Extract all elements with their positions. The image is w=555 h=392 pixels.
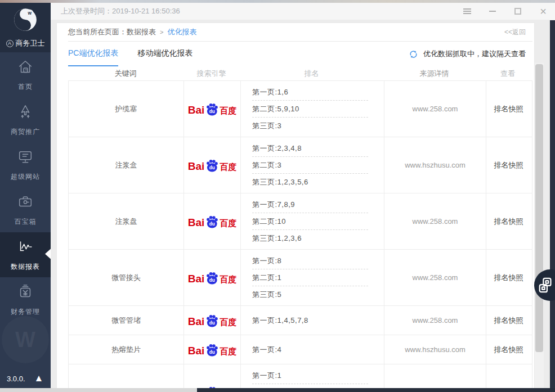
sidebar-item-promotion[interactable]: 商贸推广 xyxy=(0,97,51,142)
view-cell: 排名快照 xyxy=(486,137,531,193)
view-cell: 排名快照 xyxy=(486,364,531,388)
brand-badge-icon: A xyxy=(6,40,14,47)
active-item-marker xyxy=(45,249,51,259)
rank-line: 第二页:3,6 xyxy=(252,384,368,388)
fetch-status-text: 优化数据抓取中，建议隔天查看 xyxy=(423,49,526,59)
brand-name: A 商务卫士 xyxy=(6,38,45,48)
engine-cell: Bai du 百度 xyxy=(183,193,240,249)
snapshot-link[interactable]: 排名快照 xyxy=(494,345,523,355)
keyword-cell: 微管管堵 xyxy=(69,306,183,335)
source-cell: 谷瀑环保 xyxy=(384,364,486,388)
svg-text:du: du xyxy=(209,278,215,283)
breadcrumb-row: 您当前所在页面： 数据报表 > 优化报表 <<返回 xyxy=(68,23,532,42)
minimize-icon[interactable] xyxy=(487,6,498,16)
scrollbar-track[interactable] xyxy=(535,63,544,388)
snapshot-link[interactable]: 排名快照 xyxy=(494,160,523,170)
close-icon[interactable]: × xyxy=(538,6,548,16)
baidu-logo-icon: Bai du 百度 xyxy=(188,271,237,284)
keyword-cell: 硅管接头 xyxy=(69,364,183,388)
column-header: 搜索引擎 xyxy=(183,69,240,79)
rank-line: 第一页:4 xyxy=(252,341,368,358)
table-row: 硅管接头 Bai du 百度 第一页:1第二页:3,6第三页:8,10 xyxy=(69,364,532,388)
back-link[interactable]: <<返回 xyxy=(504,28,526,37)
breadcrumb-parent[interactable]: 数据报表 xyxy=(127,27,156,37)
version-label: 3.0.0. xyxy=(7,375,25,383)
sidebar-item-report[interactable]: 数据报表 xyxy=(0,232,51,277)
table-row: 热熔垫片 Bai du 百度 第一页:4 www.hszhusu.co xyxy=(69,335,532,364)
keyword-cell: 注浆盒 xyxy=(69,137,183,193)
report-icon xyxy=(17,238,34,258)
tab-mobile[interactable]: 移动端优化报表 xyxy=(137,42,193,66)
rank-cell: 第一页:1,4,5,7,8 xyxy=(240,306,384,335)
sidebar-item-finance[interactable]: 财务管理 xyxy=(0,277,51,322)
tabs-row: PC端优化报表移动端优化报表 优化数据抓取中，建议隔天查看 xyxy=(68,42,532,66)
rank-line: 第一页:7,8,9 xyxy=(252,196,368,213)
rank-line: 第二页:10 xyxy=(252,213,368,230)
titlebar: 上次登录时间：2019-10-21 16:50:36 × xyxy=(51,3,555,20)
sidebar-item-toolbox[interactable]: 百宝箱 xyxy=(0,187,51,232)
breadcrumb-current[interactable]: 优化报表 xyxy=(167,27,196,37)
version-row: 3.0.0. ▲ xyxy=(7,373,43,383)
keyword-cell: 热熔垫片 xyxy=(69,335,183,364)
website-icon xyxy=(17,148,34,168)
snapshot-link[interactable]: 排名快照 xyxy=(494,104,523,114)
baidu-cn: 百度 xyxy=(220,274,236,284)
baidu-logo-icon: Bai du 百度 xyxy=(188,386,237,388)
snapshot-link[interactable]: 排名快照 xyxy=(494,388,523,389)
baidu-latin: Bai xyxy=(188,345,205,356)
snapshot-link[interactable]: 排名快照 xyxy=(494,273,523,283)
baidu-paw-icon: du xyxy=(205,386,219,388)
snapshot-link[interactable]: 排名快照 xyxy=(494,316,523,326)
view-cell: 排名快照 xyxy=(486,81,531,137)
view-cell: 排名快照 xyxy=(486,306,531,335)
baidu-cn: 百度 xyxy=(220,218,236,228)
rank-line: 第一页:1,6 xyxy=(252,84,368,101)
sidebar-nav: 首页 商贸推广 超级网站 百宝箱 数据报表 财务管理 xyxy=(0,52,51,322)
snapshot-link[interactable]: 排名快照 xyxy=(494,217,523,227)
table-row: 注浆盘 Bai du 百度 第一页:7,8,9第二页:10第三页:1,2,3, xyxy=(69,193,532,250)
column-header: 关键词 xyxy=(68,69,183,79)
last-login-label: 上次登录时间：2019-10-21 16:50:36 xyxy=(61,6,180,16)
brand-block: w A 商务卫士 xyxy=(0,3,51,52)
baidu-paw-icon: du xyxy=(205,271,219,285)
breadcrumb-prefix: 您当前所在页面： xyxy=(68,27,127,37)
svg-text:du: du xyxy=(209,109,215,114)
rank-line: 第三页:3 xyxy=(252,118,368,134)
column-header: 来源详情 xyxy=(383,69,485,79)
rank-line: 第三页:1,2,3,6 xyxy=(252,230,368,246)
fetch-status: 优化数据抓取中，建议隔天查看 xyxy=(409,49,526,59)
home-icon xyxy=(17,58,34,78)
svg-text:du: du xyxy=(209,165,215,170)
sidebar-item-home[interactable]: 首页 xyxy=(0,52,51,97)
finance-icon xyxy=(17,283,34,303)
rank-cell: 第一页:8第二页:1第三页:5 xyxy=(240,250,384,305)
baidu-logo-icon: Bai du 百度 xyxy=(188,343,237,356)
rank-line: 第一页:1,4,5,7,8 xyxy=(252,312,368,328)
rank-line: 第一页:8 xyxy=(252,253,368,269)
tab-pc[interactable]: PC端优化报表 xyxy=(68,42,118,66)
source-cell: www.258.com xyxy=(384,193,486,249)
engine-cell: Bai du 百度 xyxy=(183,250,240,305)
rank-cell: 第一页:4 xyxy=(240,335,384,364)
table-row: 微管管堵 Bai du 百度 第一页:1,4,5,7,8 www.25 xyxy=(69,306,532,335)
svg-text:du: du xyxy=(209,222,215,227)
baidu-cn: 百度 xyxy=(220,317,236,327)
svg-text:du: du xyxy=(209,321,215,326)
scrollbar-thumb[interactable] xyxy=(535,64,543,352)
rank-line: 第二页:5,9,10 xyxy=(252,101,368,118)
source-cell: www.258.com xyxy=(384,81,486,137)
keyword-cell: 注浆盘 xyxy=(69,193,183,249)
table-header: 关键词搜索引擎排名来源详情查看 xyxy=(68,66,532,81)
baidu-logo-icon: Bai du 百度 xyxy=(188,159,237,172)
baidu-paw-icon: du xyxy=(205,343,219,357)
update-arrow-icon[interactable]: ▲ xyxy=(34,373,44,383)
maximize-icon[interactable] xyxy=(513,6,523,16)
rank-cell: 第一页:1第二页:3,6第三页:8,10 xyxy=(240,364,384,388)
rank-cell: 第一页:1,6第二页:5,9,10第三页:3 xyxy=(240,81,384,137)
baidu-paw-icon: du xyxy=(205,215,219,229)
menu-icon[interactable] xyxy=(462,6,472,16)
baidu-latin: Bai xyxy=(188,273,205,284)
sidebar-item-website[interactable]: 超级网站 xyxy=(0,142,51,187)
engine-cell: Bai du 百度 xyxy=(183,306,240,335)
baidu-logo-icon: Bai du 百度 xyxy=(188,314,237,327)
